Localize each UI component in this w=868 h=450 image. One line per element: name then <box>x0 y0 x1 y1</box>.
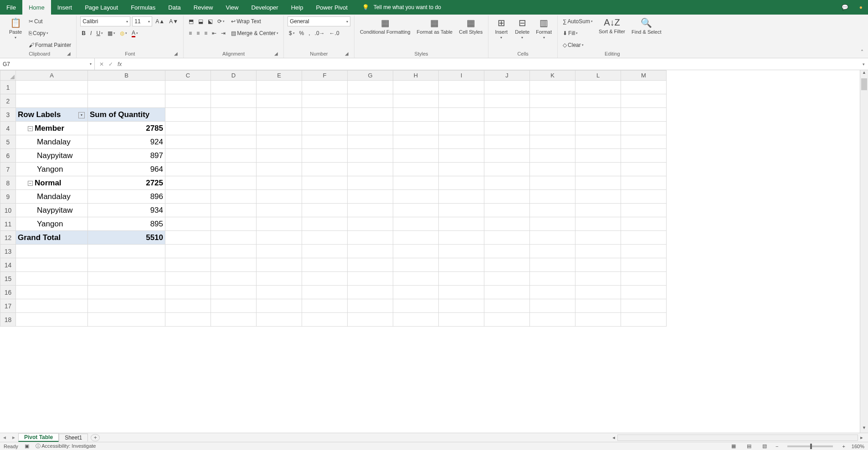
collapse-ribbon-icon[interactable]: ˄ <box>861 49 863 56</box>
formula-input[interactable] <box>126 58 859 70</box>
tab-file[interactable]: File <box>0 0 22 15</box>
find-select-label: Find & Select <box>632 29 661 35</box>
decrease-font-icon[interactable]: A▼ <box>168 18 180 25</box>
lightbulb-icon: 💡 <box>362 4 369 10</box>
increase-indent-icon[interactable]: ⇥ <box>220 30 227 37</box>
tab-review[interactable]: Review <box>187 0 220 15</box>
group-cells-label: Cells <box>492 50 554 58</box>
align-top-icon[interactable]: ⬒ <box>187 18 195 25</box>
chevron-down-icon: ▾ <box>15 36 16 40</box>
clear-button[interactable]: ◇Clear▾ <box>561 40 594 50</box>
paste-button[interactable]: 📋 Paste ▾ <box>6 16 25 41</box>
format-as-table-button[interactable]: ▦Format as Table <box>415 16 455 36</box>
increase-decimal-icon[interactable]: .0→ <box>313 30 326 37</box>
sigma-icon: ∑ <box>563 18 567 25</box>
tab-home[interactable]: Home <box>22 0 51 15</box>
insert-icon: ⊞ <box>498 17 505 28</box>
expand-formula-bar-icon[interactable]: ▾ <box>859 62 868 66</box>
merge-center-button[interactable]: ▤Merge & Center▾ <box>230 28 280 38</box>
number-format-combo[interactable]: General▾ <box>288 16 350 26</box>
tab-help[interactable]: Help <box>285 0 310 15</box>
tab-data[interactable]: Data <box>162 0 187 15</box>
paste-label: Paste <box>9 29 22 35</box>
cell-styles-icon: ▦ <box>467 17 475 28</box>
table-icon: ▦ <box>430 17 439 28</box>
cut-label: Cut <box>34 18 43 25</box>
cond-format-icon: ▦ <box>381 17 390 28</box>
tab-insert[interactable]: Insert <box>51 0 79 15</box>
align-center-icon[interactable]: ≡ <box>195 30 201 37</box>
orientation-icon[interactable]: ⟳▾ <box>216 18 226 25</box>
tab-power-pivot[interactable]: Power Pivot <box>309 0 354 15</box>
format-table-label: Format as Table <box>417 29 453 35</box>
cond-format-label: Conditional Formatting <box>360 29 411 35</box>
window-min-icon[interactable]: ● <box>859 4 863 10</box>
tab-page-layout[interactable]: Page Layout <box>78 0 124 15</box>
dialog-launcher-icon[interactable]: ◢ <box>66 51 72 56</box>
italic-button[interactable]: I <box>89 30 93 37</box>
conditional-formatting-button[interactable]: ▦Conditional Formatting <box>358 16 412 36</box>
scissors-icon: ✂ <box>29 18 33 25</box>
copy-button[interactable]: ⎘Copy▾ <box>27 28 72 38</box>
accounting-icon[interactable]: $▾ <box>288 30 296 37</box>
align-bottom-icon[interactable]: ⬕ <box>206 18 214 25</box>
autosum-button[interactable]: ∑AutoSum▾ <box>561 16 594 26</box>
name-box-value: G7 <box>3 61 10 67</box>
search-icon: 🔍 <box>641 17 652 28</box>
borders-button[interactable]: ▦▾ <box>106 30 117 37</box>
percent-icon[interactable]: % <box>298 30 306 37</box>
fx-icon[interactable]: fx <box>118 61 122 67</box>
font-color-button[interactable]: A▾ <box>130 29 139 38</box>
format-painter-label: Format Painter <box>35 42 71 48</box>
underline-button[interactable]: U▾ <box>95 30 104 37</box>
align-right-icon[interactable]: ≡ <box>203 30 209 37</box>
insert-cells-button[interactable]: ⊞Insert▾ <box>492 16 510 41</box>
enter-icon[interactable]: ✓ <box>108 61 113 67</box>
align-middle-icon[interactable]: ⬓ <box>197 18 205 25</box>
format-cells-button[interactable]: ▥Format▾ <box>534 16 554 41</box>
group-alignment-label: Alignment <box>222 51 245 56</box>
tab-developer[interactable]: Developer <box>245 0 284 15</box>
font-name-combo[interactable]: Calibri▾ <box>80 16 130 26</box>
delete-label: Delete <box>515 29 529 35</box>
cancel-icon[interactable]: ✕ <box>99 61 104 67</box>
align-left-icon[interactable]: ≡ <box>187 30 193 37</box>
find-select-button[interactable]: 🔍Find & Select <box>630 16 663 36</box>
increase-font-icon[interactable]: A▲ <box>154 18 166 25</box>
chevron-down-icon: ▾ <box>90 62 92 66</box>
tab-view[interactable]: View <box>219 0 245 15</box>
fill-color-button[interactable]: ◍▾ <box>118 30 128 37</box>
brush-icon: 🖌 <box>29 42 34 48</box>
wrap-text-label: Wrap Text <box>236 18 261 25</box>
format-painter-button[interactable]: 🖌Format Painter <box>27 40 72 50</box>
tab-formulas[interactable]: Formulas <box>124 0 162 15</box>
fill-button[interactable]: ⬇Fill▾ <box>561 28 594 38</box>
delete-cells-button[interactable]: ⊟Delete▾ <box>513 16 531 41</box>
comments-icon[interactable]: 💬 <box>842 4 848 10</box>
dialog-launcher-icon[interactable]: ◢ <box>344 51 349 56</box>
bold-button[interactable]: B <box>80 30 87 37</box>
group-styles-label: Styles <box>358 50 484 58</box>
cut-button[interactable]: ✂Cut <box>27 16 72 26</box>
sort-filter-button[interactable]: A↓ZSort & Filter <box>597 16 627 35</box>
decrease-indent-icon[interactable]: ⇤ <box>211 30 218 37</box>
font-size-combo[interactable]: 11▾ <box>132 16 152 26</box>
dialog-launcher-icon[interactable]: ◢ <box>173 51 179 56</box>
ribbon: 📋 Paste ▾ ✂Cut ⎘Copy▾ 🖌Format Painter Cl… <box>0 15 868 58</box>
wrap-icon: ↩ <box>231 18 236 25</box>
tell-me[interactable]: 💡 Tell me what you want to do <box>362 0 441 15</box>
decrease-decimal-icon[interactable]: ←.0 <box>328 30 341 37</box>
cell-styles-button[interactable]: ▦Cell Styles <box>457 16 484 36</box>
wrap-text-button[interactable]: ↩Wrap Text <box>230 16 280 26</box>
group-editing-label: Editing <box>561 50 663 58</box>
format-label: Format <box>536 29 552 35</box>
dialog-launcher-icon[interactable]: ◢ <box>273 51 279 56</box>
menu-bar: File Home Insert Page Layout Formulas Da… <box>0 0 868 15</box>
group-clipboard: 📋 Paste ▾ ✂Cut ⎘Copy▾ 🖌Format Painter Cl… <box>3 15 77 58</box>
formula-bar: G7 ▾ ✕ ✓ fx ▾ <box>0 58 868 70</box>
sort-icon: A↓Z <box>604 17 620 28</box>
name-box[interactable]: G7 ▾ <box>0 58 95 70</box>
eraser-icon: ◇ <box>563 42 567 48</box>
group-editing: ∑AutoSum▾ ⬇Fill▾ ◇Clear▾ A↓ZSort & Filte… <box>558 15 667 58</box>
comma-icon[interactable]: , <box>307 30 311 37</box>
